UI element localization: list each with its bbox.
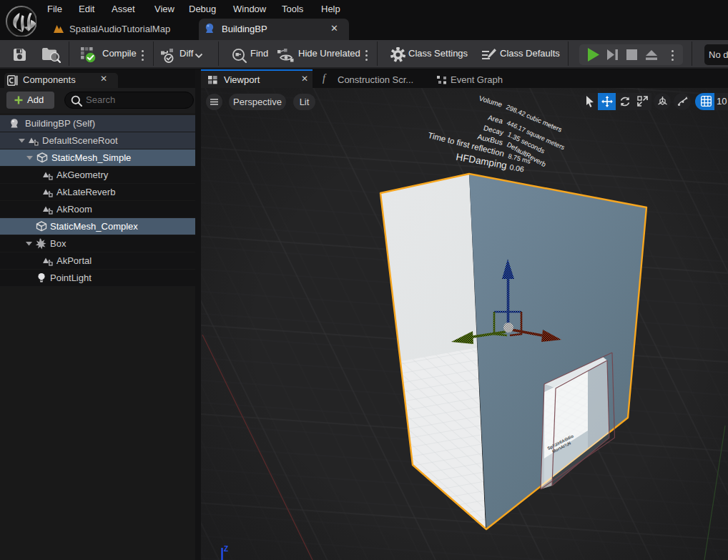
svg-text:Z: Z — [224, 545, 228, 553]
